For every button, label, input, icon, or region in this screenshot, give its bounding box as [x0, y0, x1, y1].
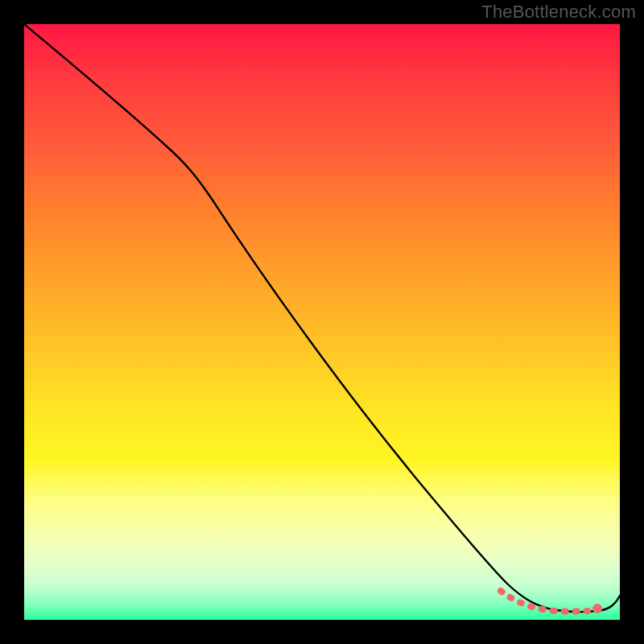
bottleneck-curve	[24, 24, 620, 612]
curve-layer	[24, 24, 620, 620]
optimal-range-marker	[501, 591, 588, 612]
plot-area	[24, 24, 620, 620]
end-dot-icon	[592, 604, 602, 613]
chart-frame: TheBottleneck.com	[0, 0, 644, 644]
watermark-text: TheBottleneck.com	[481, 2, 636, 23]
